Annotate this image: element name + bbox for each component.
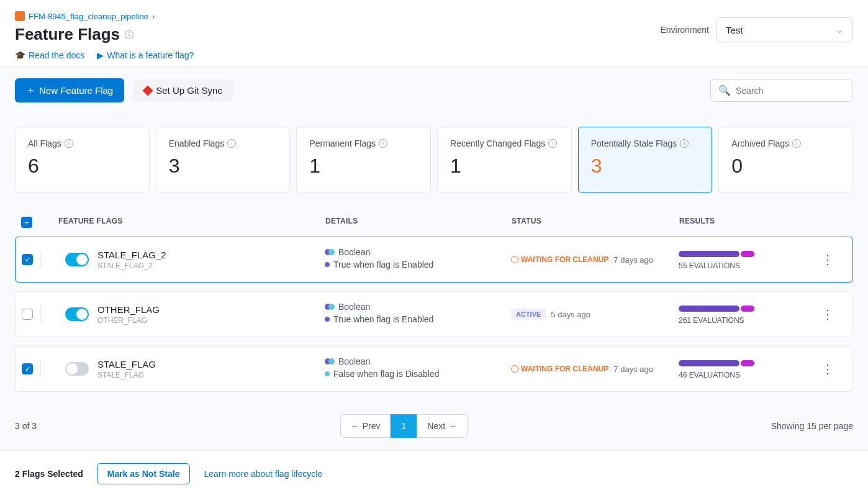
detail-type: Boolean — [338, 302, 370, 312]
row-more-button[interactable]: ⋮ — [815, 307, 840, 322]
stat-card-potentially-stale-flags[interactable]: Potentially Stale Flags i3 — [578, 127, 713, 193]
stat-label: All Flags — [28, 138, 61, 148]
col-status: STATUS — [512, 217, 679, 228]
stat-label: Enabled Flags — [169, 138, 225, 148]
clock-icon — [511, 365, 518, 373]
results-bar — [679, 306, 739, 312]
flag-name: STALE_FLAG_2 — [97, 250, 166, 260]
evaluations-count: 55 EVALUATIONS — [679, 261, 815, 270]
flag-toggle[interactable] — [65, 307, 89, 321]
row-more-button[interactable]: ⋮ — [815, 361, 840, 376]
pagination-count: 3 of 3 — [15, 421, 37, 431]
select-all-checkbox[interactable]: – — [21, 217, 32, 228]
stat-card-archived-flags[interactable]: Archived Flags i0 — [718, 127, 853, 193]
stat-value: 1 — [309, 155, 418, 178]
flag-row[interactable]: ✓STALE_FLAGSTALE_FLAGBooleanFalse when f… — [15, 346, 853, 392]
detail-type: Boolean — [338, 356, 370, 366]
detail-rule: True when flag is Enabled — [333, 314, 433, 324]
info-icon[interactable]: i — [680, 139, 689, 148]
col-results: RESULTS — [679, 217, 816, 228]
project-icon — [15, 11, 25, 21]
stat-card-enabled-flags[interactable]: Enabled Flags i3 — [156, 127, 291, 193]
flag-id: STALE_FLAG — [97, 371, 156, 379]
flag-row[interactable]: ✓STALE_FLAG_2STALE_FLAG_2BooleanTrue whe… — [15, 237, 853, 283]
row-checkbox[interactable] — [22, 309, 33, 320]
results-bar — [679, 251, 739, 257]
read-docs-label: Read the docs — [29, 50, 84, 60]
info-icon[interactable]: i — [792, 139, 801, 148]
info-icon[interactable]: i — [379, 139, 387, 148]
divider — [40, 361, 41, 377]
selection-count: 2 Flags Selected — [15, 469, 83, 479]
flag-row[interactable]: OTHER_FLAGOTHER_FLAGBooleanTrue when fla… — [15, 291, 853, 337]
detail-rule: False when flag is Disabled — [333, 369, 439, 379]
status-badge: WAITING FOR CLEANUP — [511, 365, 608, 373]
git-sync-label: Set Up Git Sync — [156, 85, 222, 96]
info-icon[interactable]: i — [227, 139, 236, 148]
per-page-label: Showing 15 per page — [771, 421, 853, 431]
type-icon — [325, 249, 335, 255]
learn-lifecycle-link[interactable]: Learn more about flag lifecycle — [204, 469, 322, 479]
time-ago: 7 days ago — [613, 365, 653, 374]
environment-value: Test — [726, 25, 743, 35]
environment-select[interactable]: Test ⌄ — [717, 17, 853, 42]
chevron-right-icon: › — [152, 12, 155, 21]
results-bar-2 — [741, 360, 754, 366]
rule-dot-icon — [325, 262, 330, 267]
search-input[interactable] — [736, 86, 845, 96]
row-checkbox[interactable]: ✓ — [22, 363, 33, 374]
new-flag-label: New Feature Flag — [39, 85, 113, 96]
info-icon[interactable]: i — [548, 139, 557, 148]
next-label: Next — [427, 421, 445, 431]
stat-value: 3 — [591, 155, 700, 178]
flag-toggle[interactable] — [65, 253, 89, 266]
stat-card-recently-changed-flags[interactable]: Recently Changed Flags i1 — [437, 127, 572, 193]
rule-dot-icon — [325, 317, 330, 322]
stat-value: 0 — [731, 155, 840, 178]
whatis-link[interactable]: ▶What is a feature flag? — [97, 50, 194, 60]
new-feature-flag-button[interactable]: ＋ New Feature Flag — [15, 78, 124, 102]
stat-card-permanent-flags[interactable]: Permanent Flags i1 — [296, 127, 431, 193]
stat-value: 3 — [169, 155, 278, 178]
divider — [40, 252, 41, 268]
rule-dot-icon — [325, 371, 330, 376]
status-badge: ACTIVE — [511, 309, 546, 320]
status-badge: WAITING FOR CLEANUP — [511, 255, 608, 264]
page-1-button[interactable]: 1 — [391, 414, 417, 438]
detail-rule: True when flag is Enabled — [333, 260, 433, 270]
search-input-wrapper[interactable]: 🔍 — [710, 79, 853, 102]
plus-icon: ＋ — [26, 84, 35, 96]
col-flags: FEATURE FLAGS — [58, 217, 325, 228]
flag-id: STALE_FLAG_2 — [97, 261, 166, 270]
col-details: DETAILS — [325, 217, 512, 228]
flag-name: STALE_FLAG — [97, 359, 156, 369]
search-icon: 🔍 — [718, 84, 731, 96]
info-icon[interactable]: i — [65, 139, 73, 148]
mark-not-stale-button[interactable]: Mark as Not Stale — [97, 463, 191, 484]
prev-label: Prev — [363, 421, 381, 431]
flag-toggle[interactable] — [65, 362, 89, 376]
time-ago: 5 days ago — [551, 310, 590, 319]
flag-name: OTHER_FLAG — [97, 304, 160, 315]
book-icon: 🎓 — [15, 50, 25, 60]
arrow-left-icon: ← — [351, 421, 359, 431]
info-icon[interactable]: i — [125, 30, 133, 39]
type-icon — [325, 358, 335, 365]
stat-value: 6 — [28, 155, 137, 178]
evaluations-count: 261 EVALUATIONS — [679, 316, 815, 325]
row-checkbox[interactable]: ✓ — [22, 254, 33, 265]
stat-label: Recently Changed Flags — [450, 138, 545, 148]
stat-label: Potentially Stale Flags — [591, 138, 677, 148]
stat-card-all-flags[interactable]: All Flags i6 — [15, 127, 150, 193]
breadcrumb-project: FFM-8945_flag_cleanup_pipeline — [29, 12, 148, 21]
setup-git-sync-button[interactable]: Set Up Git Sync — [133, 79, 233, 102]
results-bar — [679, 360, 739, 366]
stat-label: Archived Flags — [731, 138, 789, 148]
read-docs-link[interactable]: 🎓Read the docs — [15, 50, 84, 60]
next-page-button[interactable]: Next→ — [417, 414, 468, 438]
whatis-label: What is a feature flag? — [107, 50, 194, 60]
divider — [40, 306, 41, 322]
flag-id: OTHER_FLAG — [97, 316, 160, 325]
prev-page-button[interactable]: ←Prev — [340, 414, 391, 438]
row-more-button[interactable]: ⋮ — [815, 252, 840, 267]
